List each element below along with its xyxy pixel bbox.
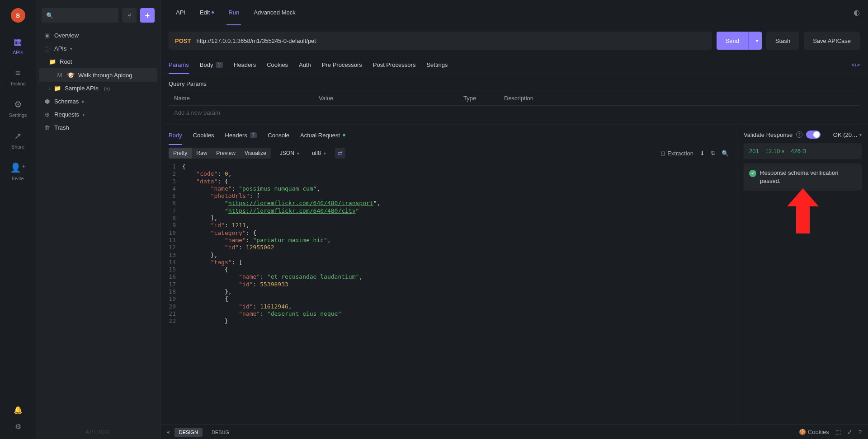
chevron-down-icon: ▾ [859, 132, 862, 137]
sidebar-trash[interactable]: 🗑Trash [39, 121, 157, 134]
code-line: 13 }, [164, 252, 737, 259]
bottom-help-icon[interactable]: ? [859, 429, 862, 435]
collapse-icon[interactable]: « [167, 429, 170, 435]
subtab-settings[interactable]: Settings [426, 56, 448, 74]
url-input[interactable]: POST http://127.0.0.1:3658/m1/355245-0-d… [169, 32, 712, 50]
subtab-body[interactable]: Body2 [200, 56, 223, 74]
rail-apis[interactable]: ▦APIs [13, 36, 23, 55]
col-value: Value [319, 95, 463, 102]
resp-tab-body[interactable]: Body [169, 125, 182, 145]
unsaved-dot-icon [212, 11, 214, 14]
apis-node-icon: ⬚ [43, 45, 51, 52]
response-body-editor[interactable]: 1{2 "code": 0,3 "data": {4 "name": "poss… [160, 161, 737, 425]
body-count-badge: 2 [216, 62, 223, 68]
bottom-icon-2[interactable]: ⤢ [847, 429, 852, 435]
subtab-pre-processors[interactable]: Pre Processors [322, 56, 362, 74]
add-param-row[interactable]: Add a new param [169, 106, 860, 120]
search-icon: 🔍 [46, 12, 53, 19]
share-icon: ↗ [14, 131, 22, 141]
rail-invite[interactable]: 👤⁺Invite [10, 162, 26, 181]
code-line: 11 "name": "pariatur maxime hic", [164, 237, 737, 244]
stash-button[interactable]: Stash [766, 32, 799, 50]
resp-tab-actual-request[interactable]: Actual Request [300, 125, 345, 145]
code-snippet-icon[interactable]: </> [851, 61, 860, 68]
resp-tab-headers[interactable]: Headers7 [225, 125, 257, 145]
code-line: 10 "category": { [164, 229, 737, 237]
sidebar-root[interactable]: 📁Root [39, 55, 157, 68]
stat-status-code: 201 [749, 148, 759, 154]
sidebar-apis[interactable]: ⬚APIs▾ [39, 42, 157, 55]
validate-toggle[interactable] [806, 131, 821, 139]
code-line: 9 "id": 1211, [164, 222, 737, 229]
extraction-button[interactable]: ⊡Extraction [660, 150, 693, 157]
filter-button[interactable]: ⑂ [122, 8, 137, 23]
tab-advanced-mock[interactable]: Advanced Mock [246, 0, 303, 25]
send-button[interactable]: Send [717, 32, 748, 50]
code-line: 12 "id": 12955062 [164, 244, 737, 251]
wrap-lines-icon[interactable]: ⇄ [335, 148, 345, 159]
copy-icon[interactable]: ⧉ [711, 149, 715, 157]
add-button[interactable]: + [140, 8, 155, 23]
bottom-bar: « DESIGN DEBUG 🍪Cookies ⬚ ⤢ ? [160, 425, 868, 439]
cookies-button[interactable]: 🍪Cookies [799, 429, 829, 435]
resp-tab-console[interactable]: Console [268, 125, 289, 145]
format-select[interactable]: JSON▾ [276, 148, 303, 159]
folder-icon: 📁 [49, 58, 56, 65]
code-line: 18 }, [164, 288, 737, 295]
help-icon[interactable]: ? [796, 131, 802, 138]
url-text: http://127.0.0.1:3658/m1/355245-0-defaul… [196, 37, 316, 44]
code-line: 1{ [164, 163, 737, 170]
code-line: 16 "name": "et recusandae laudantium", [164, 273, 737, 280]
gear-icon[interactable]: ⚙ [15, 422, 21, 431]
view-pretty[interactable]: Pretty [169, 148, 192, 159]
environment-icon[interactable]: ◐ [854, 8, 860, 17]
mode-design[interactable]: DESIGN [175, 428, 203, 437]
top-tabs: API Edit Run Advanced Mock ◐ [160, 0, 868, 25]
apis-icon: ▦ [14, 36, 22, 47]
tab-edit[interactable]: Edit [193, 0, 221, 25]
search-input[interactable]: 🔍 [42, 8, 118, 23]
subtab-params[interactable]: Params [169, 56, 189, 74]
sidebar-requests[interactable]: ⊕Requests▸ [39, 108, 157, 121]
rail-share[interactable]: ↗Share [11, 131, 24, 149]
left-rail: S ▦APIs ≡Testing ⚙Settings ↗Share 👤⁺Invi… [0, 0, 36, 439]
subtab-post-processors[interactable]: Post Processors [373, 56, 416, 74]
code-line: 3 "data": { [164, 178, 737, 185]
save-apicase-button[interactable]: Save APICase [804, 32, 860, 50]
check-icon: ✓ [749, 170, 756, 177]
subtab-cookies[interactable]: Cookies [267, 56, 288, 74]
col-name: Name [174, 95, 319, 102]
view-preview[interactable]: Preview [212, 148, 240, 159]
chevron-down-icon: ▾ [297, 151, 299, 156]
search-response-icon[interactable]: 🔍 [722, 150, 729, 157]
send-dropdown[interactable]: ▾ [748, 32, 762, 50]
sidebar-overview[interactable]: ▣Overview [39, 29, 157, 42]
avatar[interactable]: S [11, 8, 25, 23]
resp-tab-cookies[interactable]: Cookies [193, 125, 214, 145]
encoding-select[interactable]: utf8▾ [308, 148, 330, 159]
code-line: 17 "id": 55398933 [164, 281, 737, 288]
view-raw[interactable]: Raw [192, 148, 212, 159]
rail-testing[interactable]: ≡Testing [10, 68, 26, 86]
save-response-icon[interactable]: ⬇ [700, 150, 705, 157]
chevron-down-icon: ▾ [324, 151, 326, 156]
filter-icon: ⑂ [127, 12, 131, 19]
bell-icon[interactable]: 🔔 [14, 406, 23, 414]
response-status-select[interactable]: OK (20…▾ [833, 131, 862, 138]
tab-run[interactable]: Run [221, 0, 246, 25]
sidebar-schemas[interactable]: ⬢Schemas▸ [39, 95, 157, 108]
cookie-icon: 🍪 [799, 429, 806, 435]
mode-debug[interactable]: DEBUG [207, 428, 234, 437]
chevron-down-icon: ▾ [756, 38, 758, 43]
sidebar-sample-apis[interactable]: ›📁Sample APIs(5) [39, 82, 157, 95]
bottom-icon-1[interactable]: ⬚ [835, 429, 841, 435]
subtab-auth[interactable]: Auth [299, 56, 311, 74]
code-line: 5 "photoUrls": [ [164, 192, 737, 200]
main-area: API Edit Run Advanced Mock ◐ POST http:/… [160, 0, 868, 439]
tab-api[interactable]: API [169, 0, 193, 25]
col-type: Type [463, 95, 504, 102]
sidebar-walkthrough[interactable]: M🐶Walk through Apidog [39, 68, 157, 82]
rail-settings[interactable]: ⚙Settings [9, 99, 27, 118]
view-visualize[interactable]: Visualize [240, 148, 271, 159]
subtab-headers[interactable]: Headers [234, 56, 256, 74]
